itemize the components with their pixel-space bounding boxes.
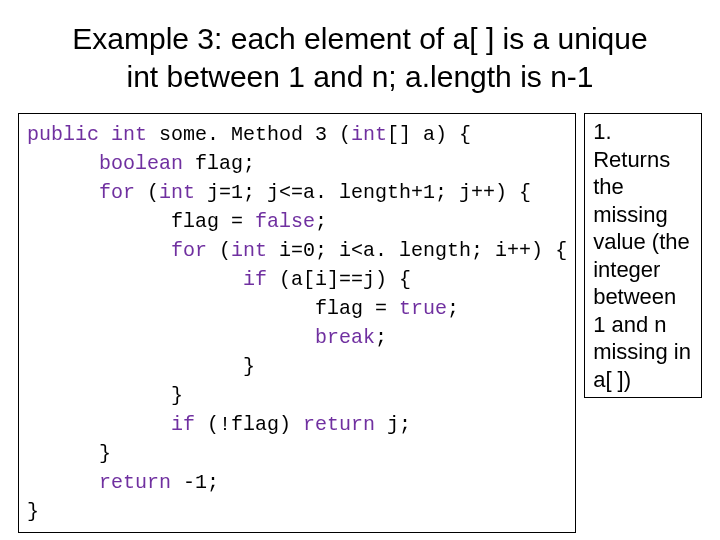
kw-if: if bbox=[171, 413, 195, 436]
kw-false: false bbox=[255, 210, 315, 233]
kw-break: break bbox=[315, 326, 375, 349]
title-line-2: int between 1 and n; a.length is n-1 bbox=[127, 60, 594, 93]
kw-boolean: boolean bbox=[99, 152, 183, 175]
kw-int: int bbox=[111, 123, 147, 146]
title-line-1: Example 3: each element of a[ ] is a uni… bbox=[72, 22, 647, 55]
note-box: 1. Returns the missing value (the intege… bbox=[584, 113, 702, 398]
kw-for: for bbox=[171, 239, 207, 262]
kw-true: true bbox=[399, 297, 447, 320]
kw-int: int bbox=[231, 239, 267, 262]
note-text: 1. Returns the missing value (the intege… bbox=[593, 119, 691, 392]
kw-if: if bbox=[243, 268, 267, 291]
kw-return: return bbox=[303, 413, 375, 436]
kw-return: return bbox=[99, 471, 171, 494]
kw-for: for bbox=[99, 181, 135, 204]
kw-int: int bbox=[159, 181, 195, 204]
kw-public: public bbox=[27, 123, 99, 146]
code-box: public int some. Method 3 (int[] a) { bo… bbox=[18, 113, 576, 533]
slide-title: Example 3: each element of a[ ] is a uni… bbox=[18, 20, 702, 95]
kw-int: int bbox=[351, 123, 387, 146]
content-row: public int some. Method 3 (int[] a) { bo… bbox=[18, 113, 702, 533]
